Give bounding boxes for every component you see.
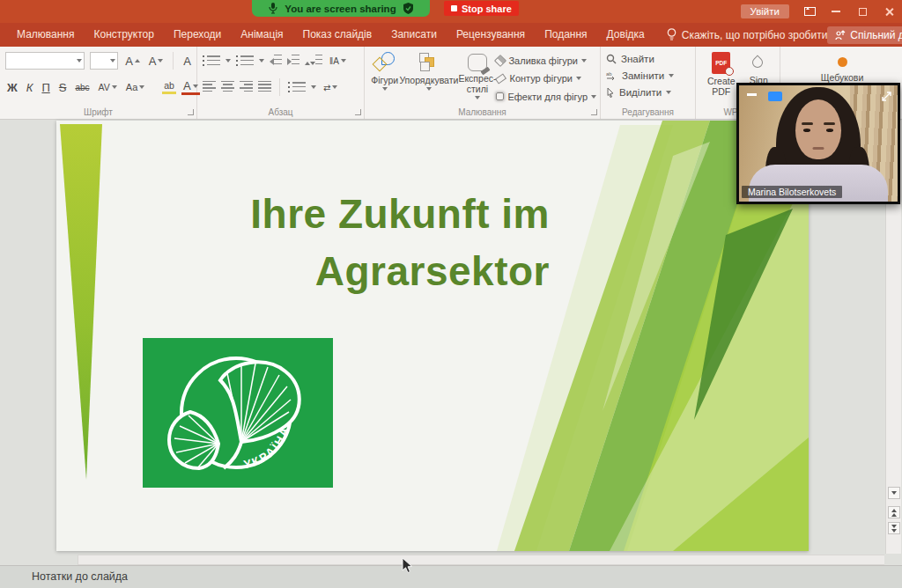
character-spacing-button[interactable]: AV (97, 81, 119, 93)
replace-icon: ab (606, 70, 617, 81)
arrange-icon (418, 52, 440, 73)
numbering-button[interactable] (240, 55, 254, 66)
font-dialog-launcher[interactable] (188, 109, 194, 115)
font-name-select[interactable] (5, 52, 85, 70)
svg-text:ab: ab (606, 71, 612, 77)
highlight-color-button[interactable]: ab (162, 80, 176, 94)
double-up-icon (891, 513, 897, 517)
justify-button[interactable] (258, 81, 271, 94)
restore-button[interactable] (856, 5, 869, 18)
clear-formatting-button[interactable]: A (181, 54, 193, 69)
stop-share-button[interactable]: Stop share (444, 1, 519, 16)
webcam-overlay[interactable]: Marina Bilotserkovets (736, 83, 900, 204)
addin-button[interactable]: Щебукови (802, 50, 882, 83)
find-button[interactable]: Знайти (606, 50, 691, 67)
replace-button[interactable]: ab Замінити (606, 67, 691, 84)
font-group-label: Шрифт (0, 107, 196, 117)
caret-down-icon (226, 59, 231, 62)
caret-down-icon (259, 59, 264, 62)
shape-effects-icon (496, 92, 504, 100)
align-left-button[interactable] (203, 81, 216, 94)
decrease-indent-button[interactable] (270, 53, 282, 69)
underline-button[interactable]: П (40, 80, 51, 95)
slide-title[interactable]: Ihre Zukunft im Agrarsektor (162, 186, 550, 301)
increase-indent-button[interactable] (287, 53, 299, 69)
shape-outline-icon (495, 73, 506, 84)
select-button[interactable]: Виділити (606, 84, 691, 100)
tab-record[interactable]: Записати (381, 23, 447, 47)
minimize-button[interactable] (830, 5, 842, 18)
sharing-banner-label: You are screen sharing (285, 4, 396, 14)
tab-view[interactable]: Подання (535, 23, 596, 47)
paragraph-dialog-launcher[interactable] (355, 109, 361, 115)
shapes-button[interactable]: Фігури (370, 50, 399, 105)
italic-button[interactable]: К (25, 80, 35, 95)
scroll-down-button[interactable] (888, 487, 900, 499)
quick-styles-button[interactable]: Експрес-стилі (458, 50, 496, 105)
font-group: A A A Ж К П S abc AV Aa ab A Шрифт (0, 47, 197, 119)
restore-icon (859, 8, 867, 16)
pen-nib-icon (749, 54, 768, 73)
tab-help[interactable]: Довідка (597, 23, 654, 47)
titlebar-controls: Увійти (741, 0, 895, 23)
align-center-button[interactable] (221, 81, 234, 94)
grow-font-button[interactable]: A (123, 54, 142, 69)
strikethrough-abc-button[interactable]: abc (73, 82, 91, 93)
slide-canvas[interactable]: Ihre Zukunft im Agrarsektor (56, 121, 809, 551)
line-spacing-button[interactable] (305, 53, 322, 69)
paragraph-group: ‖A ⇄ Абзац (197, 47, 365, 119)
align-right-button[interactable] (240, 81, 253, 94)
sign-in-button[interactable]: Увійти (741, 4, 789, 18)
ribbon-display-options-button[interactable] (803, 5, 816, 18)
share-presentation-button[interactable]: Спільний доступ (827, 26, 902, 44)
tab-drawing[interactable]: Малювання (7, 23, 84, 47)
previous-slide-button[interactable] (888, 506, 900, 518)
bullets-button[interactable] (207, 55, 220, 66)
next-slide-button[interactable] (888, 522, 900, 534)
caret-down-icon (891, 491, 897, 495)
caret-down-icon (576, 77, 581, 80)
paragraph-group-label: Абзац (197, 107, 364, 117)
ribbon-display-options-icon (804, 7, 816, 16)
notes-pane[interactable]: Нотатки до слайда (0, 565, 902, 588)
participant-name-label: Marina Bilotserkovets (742, 186, 842, 198)
caret-down-icon (158, 59, 163, 62)
text-direction-button[interactable]: ‖A (328, 55, 348, 67)
shape-fill-button[interactable]: Заливка фігури (496, 53, 596, 69)
arrange-button[interactable]: Упорядкувати (399, 50, 458, 105)
close-button[interactable] (883, 5, 895, 18)
caret-down-icon (341, 59, 346, 62)
webcam-video-toggle-icon[interactable] (768, 92, 782, 101)
shape-effects-button[interactable]: Ефекти для фігур (496, 89, 596, 105)
shape-outline-button[interactable]: Контур фігури (496, 70, 596, 86)
tab-animations[interactable]: Анімація (231, 23, 292, 47)
caret-down-icon (112, 85, 117, 89)
ukraine-ginkgo-logo[interactable]: УКРАЇНА (143, 338, 333, 488)
tab-slideshow[interactable]: Показ слайдів (293, 23, 382, 47)
bold-button[interactable]: Ж (5, 80, 19, 95)
create-pdf-button[interactable]: PDF Create PDF (701, 50, 741, 105)
caret-down-icon (669, 74, 674, 77)
convert-smartart-button[interactable]: ⇄ (322, 82, 339, 93)
columns-button[interactable] (292, 82, 306, 92)
shrink-font-button[interactable]: A (147, 54, 166, 69)
caret-down-icon (426, 87, 432, 91)
drawing-group: Фігури Упорядкувати Експрес-стилі Заливк… (365, 47, 601, 119)
horizontal-scrollbar[interactable] (78, 555, 884, 565)
caret-down-icon (332, 85, 337, 89)
tab-design[interactable]: Конструктор (84, 23, 163, 47)
caret-down-icon (581, 59, 587, 62)
tab-review[interactable]: Рецензування (447, 23, 535, 47)
webcam-minimize-icon[interactable] (747, 93, 757, 96)
mouse-cursor (402, 557, 413, 574)
find-icon (606, 54, 617, 64)
addin-dot-icon (838, 57, 847, 67)
tab-transitions[interactable]: Переходи (164, 23, 231, 47)
drawing-dialog-launcher[interactable] (591, 109, 597, 115)
tell-me-box[interactable]: Скажіть, що потрібно зробити (667, 28, 828, 41)
webcam-expand-icon[interactable] (880, 90, 893, 103)
change-case-button[interactable]: Aa (124, 81, 146, 93)
webcam-video: Marina Bilotserkovets (739, 85, 898, 202)
font-size-select[interactable] (90, 52, 118, 70)
strikethrough-button[interactable]: S (57, 80, 69, 95)
